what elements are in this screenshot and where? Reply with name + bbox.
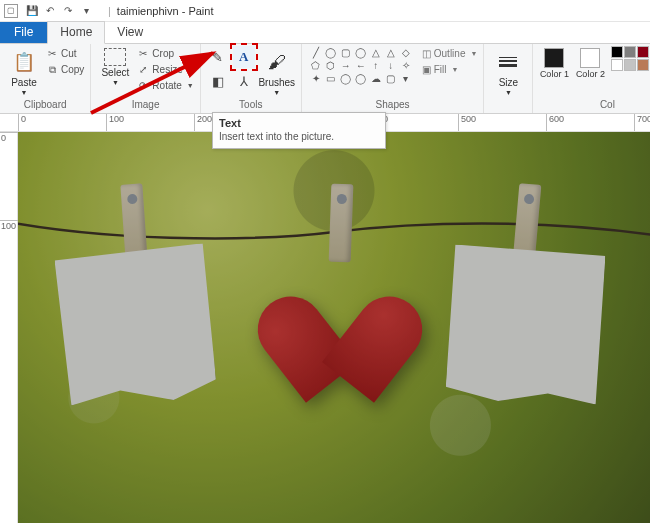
image-group-label: Image bbox=[132, 97, 160, 113]
title-bar: ▢ 💾 ↶ ↷ ▾ | taimienphivn - Paint bbox=[0, 0, 650, 22]
crop-icon: ✂ bbox=[137, 48, 149, 60]
chevron-down-icon: ▼ bbox=[452, 66, 459, 73]
qat-dropdown-icon[interactable]: ▾ bbox=[78, 3, 94, 19]
tooltip-body: Insert text into the picture. bbox=[219, 131, 379, 142]
size-group-label bbox=[507, 97, 510, 113]
shapes-group-label: Shapes bbox=[376, 97, 410, 113]
resize-icon: ⤢ bbox=[137, 64, 149, 76]
color2-label: Color 2 bbox=[576, 69, 605, 79]
colors-group-label: Col bbox=[600, 97, 615, 113]
resize-button[interactable]: ⤢Resize bbox=[137, 62, 193, 77]
brushes-button[interactable]: 🖌 Brushes ▼ bbox=[259, 46, 295, 96]
palette-swatch[interactable] bbox=[611, 46, 623, 58]
chevron-down-icon: ▼ bbox=[470, 50, 477, 57]
size-icon bbox=[494, 48, 522, 76]
palette-swatch[interactable] bbox=[637, 59, 649, 71]
select-button[interactable]: Select ▼ bbox=[97, 46, 133, 86]
rotate-button[interactable]: ⟳Rotate▼ bbox=[137, 78, 193, 93]
size-label: Size bbox=[499, 77, 518, 88]
select-icon bbox=[104, 48, 126, 66]
redo-icon[interactable]: ↷ bbox=[60, 3, 76, 19]
copy-button[interactable]: ⧉Copy bbox=[46, 62, 84, 77]
rotate-icon: ⟳ bbox=[137, 80, 149, 92]
app-icon: ▢ bbox=[4, 4, 18, 18]
ribbon: 📋 Paste ▼ ✂Cut ⧉Copy Clipboard Select ▼ … bbox=[0, 44, 650, 114]
paste-label: Paste bbox=[11, 77, 37, 88]
palette-swatch[interactable] bbox=[624, 59, 636, 71]
palette-swatch[interactable] bbox=[637, 46, 649, 58]
pencil-icon: ✎ bbox=[212, 50, 223, 65]
select-label: Select bbox=[101, 67, 129, 78]
ribbon-tabs: File Home View bbox=[0, 22, 650, 44]
chevron-down-icon: ▼ bbox=[505, 89, 512, 96]
eraser-icon: ◧ bbox=[212, 74, 224, 89]
text-tool-tooltip: Text Insert text into the picture. bbox=[212, 112, 386, 149]
eraser-tool[interactable]: ◧ bbox=[207, 70, 229, 92]
canvas[interactable] bbox=[18, 132, 650, 523]
paste-icon: 📋 bbox=[10, 48, 38, 76]
shapes-gallery[interactable]: ╱◯▢◯△△◇ ⬠⬡→←↑↓✧ ✦▭◯◯☁▢▾ bbox=[308, 46, 414, 86]
color1-button[interactable]: Color 1 bbox=[539, 46, 569, 79]
pencil-tool[interactable]: ✎ bbox=[207, 46, 229, 68]
palette-swatch[interactable] bbox=[611, 59, 623, 71]
file-tab[interactable]: File bbox=[0, 22, 47, 43]
cut-icon: ✂ bbox=[46, 48, 58, 60]
picker-tool[interactable]: ⅄ bbox=[233, 70, 255, 92]
image-content bbox=[18, 132, 650, 523]
home-tab[interactable]: Home bbox=[47, 21, 105, 44]
color2-swatch bbox=[580, 48, 600, 68]
fill-icon: ▣ bbox=[422, 64, 431, 75]
size-group: Size ▼ bbox=[484, 44, 533, 113]
tools-group-label: Tools bbox=[239, 97, 262, 113]
save-icon[interactable]: 💾 bbox=[24, 3, 40, 19]
brush-icon: 🖌 bbox=[263, 48, 291, 76]
color2-button[interactable]: Color 2 bbox=[575, 46, 605, 79]
chevron-down-icon: ▼ bbox=[112, 79, 119, 86]
tooltip-title: Text bbox=[219, 117, 379, 129]
window-title: taimienphivn - Paint bbox=[117, 5, 214, 17]
copy-icon: ⧉ bbox=[46, 64, 58, 76]
outline-icon: ◫ bbox=[422, 48, 431, 59]
vertical-ruler: 0100 bbox=[0, 132, 18, 523]
color1-swatch bbox=[544, 48, 564, 68]
outline-button[interactable]: ◫Outline▼ bbox=[422, 46, 478, 61]
quick-access-toolbar: ▢ 💾 ↶ ↷ ▾ bbox=[4, 3, 94, 19]
text-tool[interactable]: A bbox=[233, 46, 255, 68]
chevron-down-icon: ▼ bbox=[187, 82, 194, 89]
color1-label: Color 1 bbox=[540, 69, 569, 79]
canvas-area: 0100 bbox=[0, 132, 650, 523]
palette-swatch[interactable] bbox=[624, 46, 636, 58]
size-button[interactable]: Size ▼ bbox=[490, 46, 526, 96]
tools-group: ✎ ◧ A ⅄ 🖌 Brushes ▼ Tools bbox=[201, 44, 302, 113]
color-palette[interactable] bbox=[611, 46, 650, 71]
image-group: Select ▼ ✂Crop ⤢Resize ⟳Rotate▼ Image bbox=[91, 44, 200, 113]
clipboard-group: 📋 Paste ▼ ✂Cut ⧉Copy Clipboard bbox=[0, 44, 91, 113]
undo-icon[interactable]: ↶ bbox=[42, 3, 58, 19]
fill-button[interactable]: ▣Fill▼ bbox=[422, 62, 478, 77]
clipboard-group-label: Clipboard bbox=[24, 97, 67, 113]
brushes-label: Brushes bbox=[258, 77, 295, 88]
shapes-group: ╱◯▢◯△△◇ ⬠⬡→←↑↓✧ ✦▭◯◯☁▢▾ ◫Outline▼ ▣Fill▼… bbox=[302, 44, 485, 113]
view-tab[interactable]: View bbox=[105, 22, 155, 43]
chevron-down-icon: ▼ bbox=[273, 89, 280, 96]
colors-group: Color 1 Color 2 Col bbox=[533, 44, 650, 113]
paste-button[interactable]: 📋 Paste ▼ bbox=[6, 46, 42, 96]
chevron-down-icon: ▼ bbox=[21, 89, 28, 96]
eyedropper-icon: ⅄ bbox=[240, 74, 248, 89]
cut-button[interactable]: ✂Cut bbox=[46, 46, 84, 61]
crop-button[interactable]: ✂Crop bbox=[137, 46, 193, 61]
text-icon: A bbox=[239, 49, 248, 65]
